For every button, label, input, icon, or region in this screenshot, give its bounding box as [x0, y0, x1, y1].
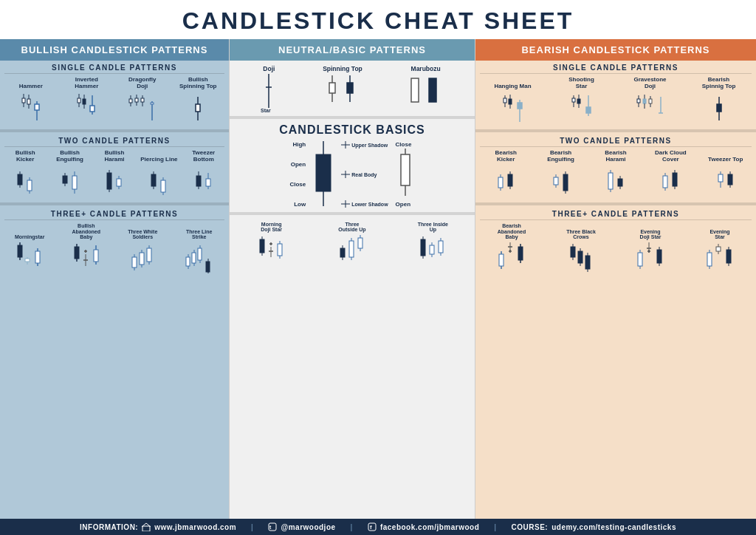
neutral-bottom-divider: [230, 212, 475, 215]
real-body-label: Real Body: [341, 171, 388, 178]
svg-rect-112: [347, 83, 353, 93]
neutral-doji: Doji Star: [258, 65, 280, 113]
neutral-header: NEUTRAL/BASIC PATTERNS: [230, 39, 475, 61]
svg-rect-37: [27, 180, 32, 191]
bearish-engulfing-candle: [549, 165, 573, 198]
pattern-three-line-strike: Three Line Strike: [184, 227, 215, 275]
pattern-bullish-kicker: Bullish Kicker: [6, 150, 44, 198]
bearish-three-header: THREE+ CANDLE PATTERNS: [480, 207, 752, 220]
svg-rect-231: [571, 247, 575, 257]
svg-rect-28: [151, 103, 154, 104]
pattern-tweezer-bottom: Tweezer Bottom: [185, 150, 223, 198]
svg-rect-126: [401, 154, 410, 185]
svg-rect-140: [340, 248, 345, 257]
evening-doji-star-label: Evening Doji Star: [635, 227, 666, 240]
twitter-icon: t: [268, 522, 277, 531]
gravestone-doji-candle: [634, 92, 667, 125]
svg-rect-43: [72, 176, 77, 189]
three-black-crows-svg: [567, 239, 595, 275]
pattern-hanging-man: Hanging Man: [494, 77, 532, 125]
footer-divider-1: |: [251, 523, 253, 531]
basics-white-candle-side: Close Open: [396, 141, 415, 208]
three-black-crows-label: Three Black Crows: [566, 227, 597, 240]
dark-cloud-cover-svg: [659, 166, 682, 198]
svg-rect-70: [35, 251, 40, 263]
svg-rect-240: [638, 253, 642, 266]
pattern-gravestone-doji: Gravestone Doji: [631, 77, 670, 125]
bullish-engulfing-svg: [58, 166, 82, 198]
footer-facebook: f facebook.com/jbmarwood: [368, 522, 479, 531]
pattern-three-white-soldiers: Three White Soldiers: [127, 227, 158, 275]
svg-rect-90: [147, 248, 151, 262]
piercing-line-candle: [147, 165, 171, 198]
svg-rect-46: [107, 173, 111, 189]
svg-rect-214: [718, 174, 723, 182]
svg-rect-155: [439, 241, 443, 253]
pattern-bullish-abandoned-baby: Bullish Abandoned Baby: [71, 223, 102, 275]
pattern-bullish-spinning-top: Bullish Spinning Top: [179, 77, 217, 125]
home-icon: [142, 522, 151, 531]
tweezer-bottom-label: Tweezer Bottom: [185, 150, 223, 163]
footer-website: www.jbmarwood.com: [154, 523, 236, 531]
three-outside-up-svg: [337, 232, 368, 268]
svg-rect-146: [358, 238, 362, 248]
pattern-three-inside-up: Three Inside Up: [417, 219, 448, 268]
svg-rect-1: [22, 98, 25, 103]
bearish-three-row: Bearish Abandoned Baby: [475, 222, 756, 278]
info-label: INFORMATION:: [80, 523, 138, 531]
bullish-abandoned-baby-label: Bullish Abandoned Baby: [71, 223, 102, 240]
three-line-strike-candle: [183, 242, 216, 275]
footer-divider-2: |: [351, 523, 353, 531]
three-inside-up-label: Three Inside Up: [417, 219, 448, 233]
bearish-engulfing-label: Bearish Engulfing: [542, 150, 580, 163]
hanging-man-label: Hanging Man: [494, 77, 531, 90]
svg-rect-22: [135, 98, 138, 102]
bearish-single-divider: [475, 129, 756, 132]
neutral-three-row: Morning Doji Star: [230, 217, 475, 270]
svg-rect-84: [132, 257, 137, 268]
bearish-two-divider: [475, 202, 756, 205]
dragonfly-doji-label: Dragonfly Doji: [123, 77, 162, 90]
svg-rect-161: [509, 99, 512, 104]
svg-rect-93: [186, 257, 190, 266]
marubozu-svg: [405, 72, 447, 113]
footer-info: INFORMATION: www.jbmarwood.com: [80, 522, 236, 531]
bearish-harami-label: Bearish Harami: [597, 150, 635, 163]
footer-course: COURSE: udemy.com/testing-candlesticks: [512, 523, 676, 531]
bearish-spinning-top-label: Bearish Spinnig Top: [700, 77, 738, 90]
three-white-soldiers-svg: [128, 239, 157, 275]
dragonfly-doji-svg: [126, 92, 159, 125]
svg-rect-99: [198, 248, 202, 260]
svg-rect-152: [430, 245, 434, 254]
svg-rect-187: [717, 104, 721, 112]
bullish-three-row: Morningstar: [0, 222, 229, 278]
doji-svg: Star: [258, 72, 280, 113]
spinning-top-label: Spinning Top: [323, 65, 362, 72]
bearish-two-row: Bearish Kicker Bearish Engulfing: [475, 149, 756, 201]
svg-rect-211: [673, 173, 677, 186]
course-label: COURSE:: [512, 523, 549, 531]
bearish-kicker-svg: [494, 166, 518, 198]
pattern-bullish-engulfing: Bullish Engulfing: [51, 150, 89, 198]
svg-rect-199: [563, 174, 568, 191]
hammer-label: Hammer: [19, 77, 43, 90]
piercing-line-label: Piercing Line: [140, 150, 177, 163]
svg-rect-40: [63, 176, 67, 183]
svg-rect-115: [429, 78, 436, 102]
bullish-header: BULLISH CANDLESTICK PATTERNS: [0, 39, 229, 61]
basics-title: CANDLESTICK BASICS: [230, 120, 475, 138]
svg-rect-79: [94, 250, 98, 262]
basics-white-candle-svg: [396, 149, 415, 200]
svg-rect-102: [206, 262, 210, 272]
svg-rect-129: [260, 239, 264, 253]
morning-doji-star-candle: [256, 234, 287, 268]
basics-high-label: High: [292, 141, 306, 148]
svg-rect-4: [27, 99, 30, 104]
neutral-basics-row: Doji Star Spinning Top: [234, 64, 470, 115]
svg-rect-52: [151, 174, 156, 186]
svg-rect-248: [657, 250, 662, 263]
svg-rect-109: [329, 83, 335, 93]
svg-rect-16: [90, 106, 94, 112]
bearish-two-header: TWO CANDLE PATTERNS: [480, 134, 752, 147]
svg-rect-190: [498, 177, 503, 188]
